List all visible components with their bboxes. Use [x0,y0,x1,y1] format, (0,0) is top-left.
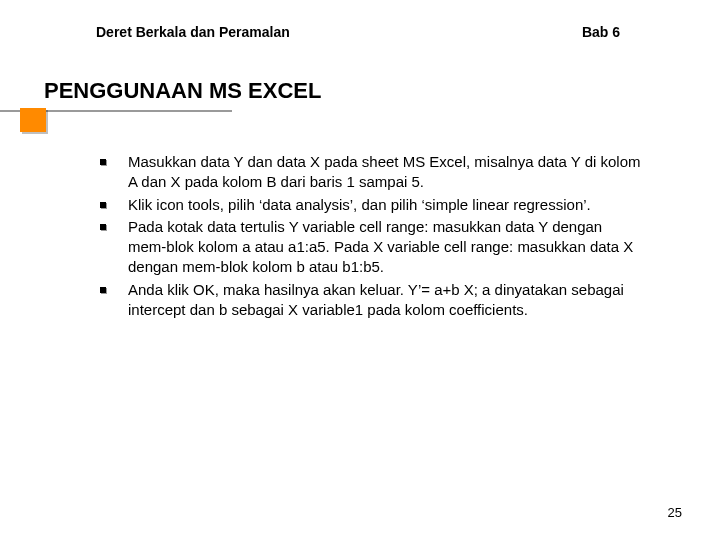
slide-title: PENGGUNAAN MS EXCEL [44,78,321,104]
header-right: Bab 6 [582,24,620,40]
list-item: Klik icon tools, pilih ‘data analysis’, … [128,195,644,215]
list-item: Pada kotak data tertulis Y variable cell… [128,217,644,278]
list-item: Masukkan data Y dan data X pada sheet MS… [128,152,644,193]
header-left: Deret Berkala dan Peramalan [96,24,290,40]
slide-header: Deret Berkala dan Peramalan Bab 6 [0,0,720,40]
list-item: Anda klik OK, maka hasilnya akan keluar.… [128,280,644,321]
title-block: PENGGUNAAN MS EXCEL [0,78,720,126]
page-number: 25 [668,505,682,520]
accent-square-icon [20,108,46,132]
bullet-list: Masukkan data Y dan data X pada sheet MS… [128,152,644,320]
content-area: Masukkan data Y dan data X pada sheet MS… [0,126,720,320]
